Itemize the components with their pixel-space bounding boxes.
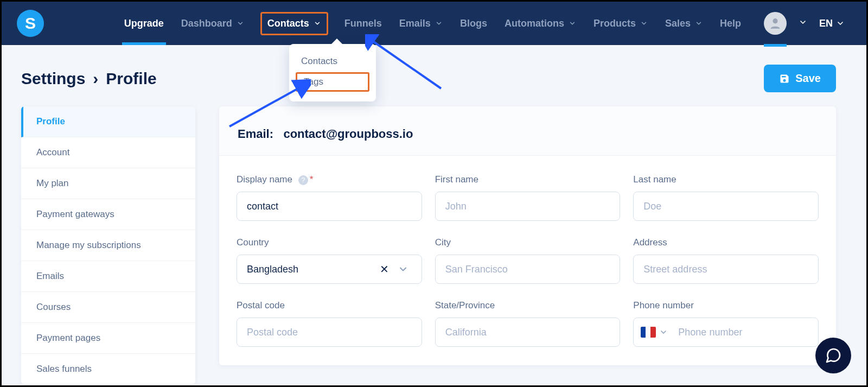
nav-contacts-label: Contacts: [267, 18, 309, 29]
chevron-down-icon: [799, 18, 807, 27]
nav-dashboard[interactable]: Dashboard: [180, 18, 245, 29]
field-display-name: Display name ?*: [237, 174, 422, 221]
nav-help[interactable]: Help: [719, 18, 742, 29]
email-label: Email:: [238, 127, 273, 141]
top-nav: S Upgrade Dashboard Contacts Funnels Ema…: [2, 2, 866, 45]
nav-blogs-label: Blogs: [460, 18, 487, 29]
profile-form: Display name ?* First name Last name: [219, 156, 836, 365]
profile-panel: Email: contact@groupboss.io Display name…: [219, 106, 836, 365]
nav-sales[interactable]: Sales: [664, 18, 704, 29]
label-address: Address: [633, 237, 819, 248]
nav-products[interactable]: Products: [592, 18, 649, 29]
sidebar-item-courses[interactable]: Courses: [21, 292, 195, 323]
contacts-dropdown: Contacts Tags: [289, 44, 376, 101]
sidebar-item-profile[interactable]: Profile: [21, 106, 195, 137]
flag-france-icon: [641, 327, 656, 338]
input-city[interactable]: [435, 255, 621, 284]
label-last-name: Last name: [633, 174, 819, 185]
chevron-down-icon: [659, 328, 668, 337]
save-button[interactable]: Save: [764, 65, 836, 92]
chevron-down-icon: [836, 19, 845, 28]
chevron-down-icon: [569, 20, 576, 27]
nav-right: EN: [764, 12, 845, 35]
nav-contacts[interactable]: Contacts: [260, 12, 328, 35]
nav-emails[interactable]: Emails: [398, 18, 444, 29]
save-button-label: Save: [795, 72, 821, 85]
input-postal-code[interactable]: [237, 318, 422, 347]
breadcrumb-settings[interactable]: Settings: [21, 69, 85, 88]
label-first-name: First name: [435, 174, 621, 185]
chat-icon: [825, 347, 842, 364]
sidebar-item-emails[interactable]: Emails: [21, 261, 195, 292]
email-value: contact@groupboss.io: [283, 127, 413, 141]
dropdown-item-contacts[interactable]: Contacts: [289, 52, 376, 71]
settings-sidebar: Profile Account My plan Payment gateways…: [21, 106, 195, 384]
field-first-name: First name: [435, 174, 621, 221]
label-city: City: [435, 237, 621, 248]
chevron-down-icon: [398, 264, 409, 275]
user-icon: [768, 16, 782, 30]
nav-automations-label: Automations: [505, 18, 564, 29]
svg-point-0: [773, 18, 777, 23]
clear-icon[interactable]: ✕: [380, 263, 389, 276]
field-postal-code: Postal code: [237, 300, 422, 347]
email-header: Email: contact@groupboss.io: [219, 106, 836, 156]
nav-products-label: Products: [593, 18, 636, 29]
field-address: Address: [633, 237, 819, 284]
chevron-down-icon: [640, 20, 648, 27]
avatar-menu-toggle[interactable]: [799, 18, 807, 29]
sidebar-item-subscriptions[interactable]: Manage my subscriptions: [21, 230, 195, 261]
sidebar-item-payment-gateways[interactable]: Payment gateways: [21, 199, 195, 230]
label-phone: Phone number: [633, 300, 819, 311]
dropdown-item-tags[interactable]: Tags: [296, 72, 369, 92]
nav-sales-label: Sales: [665, 18, 691, 29]
field-last-name: Last name: [633, 174, 819, 221]
language-switch[interactable]: EN: [819, 18, 845, 29]
sidebar-item-sales-funnels[interactable]: Sales funnels: [21, 354, 195, 384]
save-icon: [779, 73, 790, 84]
label-country: Country: [237, 237, 422, 248]
nav-blogs[interactable]: Blogs: [459, 18, 488, 29]
input-first-name[interactable]: [435, 192, 621, 221]
label-postal-code: Postal code: [237, 300, 422, 311]
select-country[interactable]: Bangladesh ✕: [237, 255, 422, 284]
input-display-name[interactable]: [237, 192, 422, 221]
nav-help-label: Help: [720, 18, 741, 29]
chat-widget[interactable]: [815, 338, 851, 373]
field-state: State/Province: [435, 300, 621, 347]
phone-country-selector[interactable]: [641, 327, 668, 338]
input-address[interactable]: [633, 255, 819, 284]
language-label: EN: [819, 18, 833, 29]
nav-automations[interactable]: Automations: [503, 18, 577, 29]
chevron-down-icon: [314, 20, 321, 27]
field-city: City: [435, 237, 621, 284]
page-header: Settings › Profile Save: [2, 45, 866, 92]
nav-funnels[interactable]: Funnels: [343, 18, 383, 29]
breadcrumb: Settings › Profile: [21, 69, 157, 88]
sidebar-item-account[interactable]: Account: [21, 137, 195, 168]
chevron-down-icon: [237, 20, 244, 27]
label-display-name: Display name ?*: [237, 174, 422, 185]
field-country: Country Bangladesh ✕: [237, 237, 422, 284]
label-state: State/Province: [435, 300, 621, 311]
brand-logo[interactable]: S: [17, 10, 44, 37]
help-icon[interactable]: ?: [298, 175, 308, 185]
nav-upgrade[interactable]: Upgrade: [123, 18, 165, 29]
nav-upgrade-label: Upgrade: [124, 18, 164, 29]
input-last-name[interactable]: [633, 192, 819, 221]
breadcrumb-separator: ›: [93, 69, 98, 88]
required-marker: *: [310, 174, 314, 185]
sidebar-item-payment-pages[interactable]: Payment pages: [21, 323, 195, 354]
avatar[interactable]: [764, 12, 787, 35]
field-phone: Phone number: [633, 300, 819, 347]
country-value: Bangladesh: [247, 264, 298, 275]
sidebar-item-my-plan[interactable]: My plan: [21, 168, 195, 199]
nav-dashboard-label: Dashboard: [181, 18, 232, 29]
chevron-down-icon: [435, 20, 443, 27]
nav-funnels-label: Funnels: [344, 18, 382, 29]
chevron-down-icon: [695, 20, 703, 27]
nav-emails-label: Emails: [399, 18, 431, 29]
breadcrumb-profile: Profile: [106, 69, 156, 88]
nav-items: Upgrade Dashboard Contacts Funnels Email…: [123, 12, 742, 35]
input-state[interactable]: [435, 318, 621, 347]
